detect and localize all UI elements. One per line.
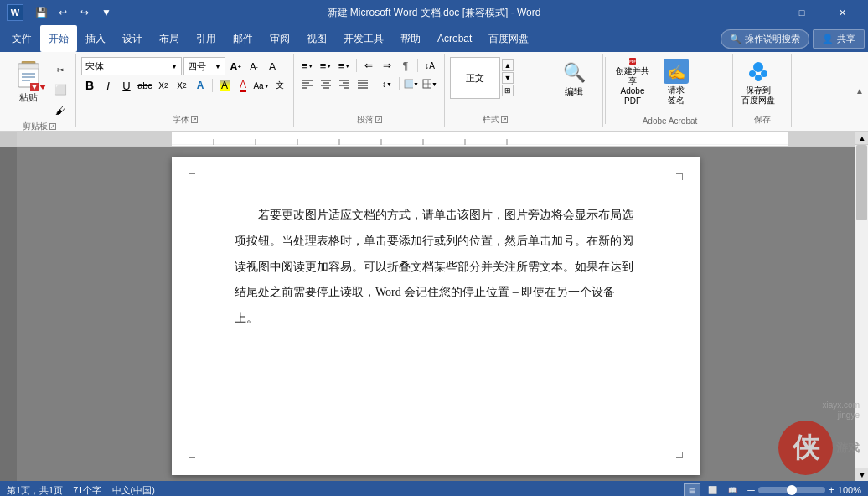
restore-btn[interactable]: □	[783, 0, 821, 25]
phonetic-btn[interactable]: 文	[271, 77, 288, 94]
close-btn[interactable]: ✕	[823, 0, 861, 25]
align-right-btn[interactable]	[336, 75, 353, 92]
menu-design[interactable]: 设计	[114, 25, 151, 52]
scroll-down-btn[interactable]: ▼	[855, 468, 868, 481]
multilevel-btn[interactable]: ≡▼	[336, 57, 353, 74]
clipboard-expand-icon[interactable]: ↗	[49, 123, 56, 130]
svg-rect-3	[22, 73, 35, 75]
font-size-select[interactable]: 四号 ▼	[183, 57, 225, 75]
line-spacing-btn[interactable]: ↕▼	[379, 75, 395, 92]
editing-group-content: 🔍 编辑	[550, 57, 597, 126]
para-sep1	[356, 59, 357, 72]
font-name-value: 宋体	[85, 60, 104, 73]
strikethrough-btn[interactable]: abc	[137, 77, 153, 94]
search-icon: 🔍	[730, 34, 741, 44]
justify-btn[interactable]	[354, 75, 371, 92]
change-case-btn[interactable]: Aa▼	[253, 77, 270, 94]
create-share-btn[interactable]: PDF 创建并共享Adobe PDF	[612, 57, 653, 107]
align-left-btn[interactable]	[299, 75, 316, 92]
sort-btn[interactable]: ↕A	[421, 57, 438, 74]
save-quick-btn[interactable]: 💾	[32, 3, 50, 22]
borders-btn[interactable]: ▼	[421, 75, 438, 92]
ribbon-collapse-btn[interactable]: ▲	[855, 54, 865, 127]
clipboard-label: 剪贴板 ↗	[8, 119, 70, 132]
menu-bar: 文件 开始 插入 设计 布局 引用 邮件 审阅 视图 开发工具 帮助 Acrob…	[0, 25, 868, 52]
web-layout-btn[interactable]: ⬜	[704, 483, 721, 496]
menu-developer[interactable]: 开发工具	[335, 25, 392, 52]
style-scroll-up[interactable]: ▲	[502, 59, 514, 71]
menu-layout[interactable]: 布局	[151, 25, 188, 52]
menu-file[interactable]: 文件	[3, 25, 40, 52]
menu-baidu[interactable]: 百度网盘	[480, 25, 537, 52]
font-name-select[interactable]: 宋体 ▼	[81, 57, 182, 75]
save-baidu-btn[interactable]: 保存到百度网盘	[738, 57, 778, 107]
numbering-btn[interactable]: ≡▼	[318, 57, 334, 74]
size-up-btn[interactable]: A+	[227, 58, 244, 75]
zoom-controls: ─ + 100%	[747, 484, 861, 496]
style-more[interactable]: ⊞	[502, 85, 514, 96]
text-effect-btn[interactable]: A	[192, 77, 209, 94]
superscript-btn[interactable]: X2	[173, 77, 190, 94]
paste-dropdown-arrow	[39, 85, 46, 91]
scroll-track[interactable]	[855, 145, 868, 468]
show-marks-btn[interactable]: ¶	[397, 57, 414, 74]
font-expand-icon[interactable]: ↗	[191, 116, 198, 123]
customize-btn[interactable]: ▼	[97, 3, 116, 22]
ruler-right-margin	[788, 132, 855, 146]
menu-references[interactable]: 引用	[188, 25, 225, 52]
menu-mailings[interactable]: 邮件	[225, 25, 261, 52]
align-center-btn[interactable]	[318, 75, 334, 92]
cut-btn[interactable]: ✂	[50, 60, 70, 79]
doc-scroll-area[interactable]: 若要更改图片适应文档的方式，请单击该图片，图片旁边将会显示布局选项按钮。当处理表…	[17, 147, 855, 481]
menu-help[interactable]: 帮助	[392, 25, 429, 52]
font-group-content: 宋体 ▼ 四号 ▼ A+ A- A B I U	[81, 57, 288, 112]
decrease-indent-btn[interactable]: ⇐	[360, 57, 377, 74]
style-normal-btn[interactable]: 正文	[450, 57, 500, 99]
minimize-btn[interactable]: ─	[742, 0, 781, 25]
print-layout-btn[interactable]: ▤	[684, 483, 700, 496]
zoom-in-btn[interactable]: +	[829, 484, 834, 496]
right-scrollbar[interactable]: ▲ ▼	[855, 132, 868, 481]
subscript-btn[interactable]: X2	[155, 77, 172, 94]
scroll-thumb[interactable]	[856, 145, 867, 220]
doc-content[interactable]: 若要更改图片适应文档的方式，请单击该图片，图片旁边将会显示布局选项按钮。当处理表…	[235, 203, 637, 332]
doc-column: 若要更改图片适应文档的方式，请单击该图片，图片旁边将会显示布局选项按钮。当处理表…	[17, 132, 855, 481]
read-mode-btn[interactable]: 📖	[724, 483, 741, 496]
clear-format-btn[interactable]: A	[264, 58, 281, 75]
window-title: 新建 Microsoft Word 文档.doc [兼容模式] - Word	[328, 6, 541, 20]
menu-view[interactable]: 视图	[298, 25, 335, 52]
zoom-out-btn[interactable]: ─	[747, 484, 755, 496]
font-color-btn[interactable]: A	[235, 77, 251, 94]
increase-indent-btn[interactable]: ⇒	[379, 57, 395, 74]
para-expand-icon[interactable]: ↗	[375, 116, 382, 123]
italic-btn[interactable]: I	[100, 77, 116, 94]
menu-home[interactable]: 开始	[40, 25, 77, 52]
undo-btn[interactable]: ↩	[54, 3, 72, 22]
style-scroll-down[interactable]: ▼	[502, 72, 514, 84]
copy-btn[interactable]: ⬜	[50, 80, 70, 99]
styles-expand-icon[interactable]: ↗	[501, 116, 508, 123]
bold-btn[interactable]: B	[81, 77, 98, 94]
zoom-slider[interactable]	[758, 487, 825, 493]
quick-access-toolbar: 💾 ↩ ↪ ▼	[32, 3, 116, 22]
request-sign-btn[interactable]: ✍ 请求签名	[656, 57, 696, 107]
scroll-up-btn[interactable]: ▲	[855, 132, 868, 145]
paragraph-label: 段落 ↗	[299, 112, 439, 126]
search-box[interactable]: 🔍 操作说明搜索	[721, 29, 809, 49]
para-sep3	[375, 77, 375, 90]
ruler-horizontal	[17, 132, 855, 147]
highlight-btn[interactable]: A	[216, 77, 233, 94]
menu-acrobat[interactable]: Acrobat	[429, 25, 480, 52]
para-row-2: ↕▼ ▼ ▼	[299, 75, 438, 92]
format-painter-btn[interactable]: 🖌	[50, 101, 70, 119]
menu-review[interactable]: 审阅	[261, 25, 298, 52]
redo-btn[interactable]: ↪	[75, 3, 94, 22]
share-button[interactable]: 👤 共享	[813, 29, 865, 49]
editing-btn[interactable]: 🔍 编辑	[550, 57, 597, 103]
menu-insert[interactable]: 插入	[77, 25, 114, 52]
underline-btn[interactable]: U	[118, 77, 135, 94]
size-down-btn[interactable]: A-	[245, 58, 262, 75]
shading-btn[interactable]: ▼	[403, 75, 420, 92]
bullets-btn[interactable]: ≡▼	[299, 57, 316, 74]
paste-button[interactable]: ▼ 粘贴	[8, 57, 49, 107]
